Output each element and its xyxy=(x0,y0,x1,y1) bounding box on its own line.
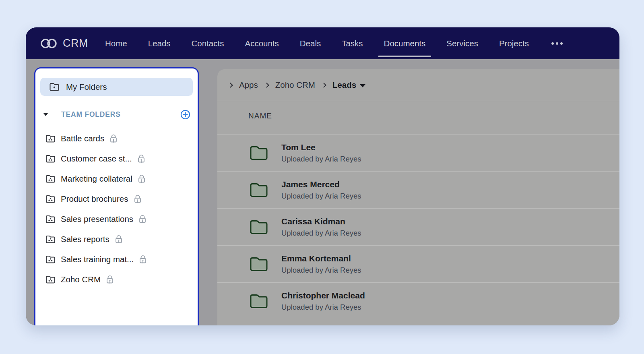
lock-icon xyxy=(134,195,142,204)
documents-panel: Apps Zoho CRM Leads NAME Tom Lee U xyxy=(217,69,619,325)
lock-icon xyxy=(115,235,123,244)
folder-label: Sales presentations xyxy=(61,214,133,224)
team-folder-item-product-brochures[interactable]: Product brochures xyxy=(40,189,193,209)
breadcrumb-apps[interactable]: Apps xyxy=(239,80,258,90)
breadcrumb-leads-label: Leads xyxy=(332,80,356,90)
folder-label: Sales reports xyxy=(61,234,109,244)
team-folder-item-sales-presentations[interactable]: Sales presentations xyxy=(40,209,193,229)
green-folder-icon xyxy=(250,182,268,198)
green-folder-icon xyxy=(250,257,268,272)
folders-sidebar: My Folders TEAM FOLDERS xyxy=(34,67,199,325)
more-tabs-icon[interactable] xyxy=(550,38,564,49)
folder-label: Customer case st... xyxy=(61,154,132,164)
team-folder-item-customer-case-studies[interactable]: Customer case st... xyxy=(40,149,193,169)
document-name: Emma Kortemanl xyxy=(281,254,361,263)
brand[interactable]: CRM xyxy=(39,37,88,50)
green-folder-icon xyxy=(250,219,268,235)
folder-label: Sales training mat... xyxy=(61,255,134,264)
document-row-emma-kortemanl[interactable]: Emma Kortemanl Uploaded by Aria Reyes xyxy=(217,245,619,282)
collapse-caret-icon[interactable] xyxy=(41,111,50,118)
my-folders-button[interactable]: My Folders xyxy=(40,78,193,96)
nav-tab-accounts[interactable]: Accounts xyxy=(245,28,279,59)
folder-label: Product brochures xyxy=(61,194,128,204)
lock-icon xyxy=(138,215,147,224)
team-folder-item-marketing-collateral[interactable]: Marketing collateral xyxy=(40,169,193,189)
shared-folder-icon xyxy=(45,195,56,203)
zoho-crm-logo-icon xyxy=(39,37,58,50)
nav-tabs: Home Leads Contacts Accounts Deals Tasks… xyxy=(105,27,564,59)
folder-dot-icon xyxy=(49,83,60,91)
shared-folder-icon xyxy=(45,255,56,264)
team-folder-list: Battle cards Customer case st... xyxy=(40,128,193,290)
document-name: Carissa Kidman xyxy=(281,217,361,226)
nav-tab-contacts[interactable]: Contacts xyxy=(192,28,224,59)
team-folder-item-zoho-crm[interactable]: Zoho CRM xyxy=(40,269,193,290)
lock-icon xyxy=(106,275,114,284)
nav-tab-tasks[interactable]: Tasks xyxy=(342,28,363,59)
top-navbar: CRM Home Leads Contacts Accounts Deals T… xyxy=(26,27,619,59)
team-folders-header: TEAM FOLDERS xyxy=(41,108,190,120)
nav-tab-home[interactable]: Home xyxy=(105,28,127,59)
team-folder-item-sales-training-materials[interactable]: Sales training mat... xyxy=(40,249,193,269)
brand-title: CRM xyxy=(63,37,88,50)
chevron-right-icon xyxy=(228,83,233,88)
team-folder-item-sales-reports[interactable]: Sales reports xyxy=(40,229,193,249)
document-uploader: Uploaded by Aria Reyes xyxy=(281,266,361,275)
shared-folder-icon xyxy=(45,215,56,224)
team-folder-item-battle-cards[interactable]: Battle cards xyxy=(40,128,193,149)
folder-label: Battle cards xyxy=(61,134,104,143)
document-uploader: Uploaded by Aria Reyes xyxy=(281,192,361,201)
chevron-right-icon xyxy=(264,83,269,88)
folder-label: Marketing collateral xyxy=(61,174,132,184)
shared-folder-icon xyxy=(45,155,56,163)
document-uploader: Uploaded by Aria Reyes xyxy=(281,155,361,164)
document-uploader: Uploaded by Aria Reyes xyxy=(281,303,365,312)
add-team-folder-icon[interactable] xyxy=(180,110,190,120)
documents-list: Tom Lee Uploaded by Aria Reyes James Mer… xyxy=(217,134,619,319)
crm-app-window: CRM Home Leads Contacts Accounts Deals T… xyxy=(26,27,619,325)
lock-icon xyxy=(138,174,146,184)
chevron-right-icon xyxy=(321,83,326,88)
green-folder-icon xyxy=(250,294,268,309)
document-row-christopher-maclead[interactable]: Christopher Maclead Uploaded by Aria Rey… xyxy=(217,282,619,319)
shared-folder-icon xyxy=(45,275,56,284)
nav-tab-leads[interactable]: Leads xyxy=(148,28,171,59)
lock-icon xyxy=(139,255,147,264)
shared-folder-icon xyxy=(45,235,56,244)
folder-label: Zoho CRM xyxy=(61,275,101,284)
green-folder-icon xyxy=(250,145,268,161)
document-name: Tom Lee xyxy=(281,143,361,152)
nav-tab-services[interactable]: Services xyxy=(446,28,478,59)
nav-tab-documents[interactable]: Documents xyxy=(384,28,426,59)
document-row-carissa-kidman[interactable]: Carissa Kidman Uploaded by Aria Reyes xyxy=(217,208,619,245)
shared-folder-icon xyxy=(45,175,56,183)
column-header-name: NAME xyxy=(217,101,619,134)
breadcrumb-leads-dropdown[interactable]: Leads xyxy=(332,80,365,90)
nav-tab-deals[interactable]: Deals xyxy=(300,28,321,59)
lock-icon xyxy=(137,154,145,164)
content-area: My Folders TEAM FOLDERS xyxy=(26,59,619,325)
document-name: James Merced xyxy=(281,180,361,189)
document-row-james-merced[interactable]: James Merced Uploaded by Aria Reyes xyxy=(217,171,619,208)
document-name: Christopher Maclead xyxy=(281,291,365,300)
caret-down-icon xyxy=(360,84,365,87)
team-folders-heading: TEAM FOLDERS xyxy=(61,110,121,119)
breadcrumb-zoho-crm[interactable]: Zoho CRM xyxy=(275,80,315,90)
nav-tab-projects[interactable]: Projects xyxy=(499,28,529,59)
my-folders-label: My Folders xyxy=(66,82,107,92)
breadcrumb: Apps Zoho CRM Leads xyxy=(217,69,619,101)
lock-icon xyxy=(109,134,118,143)
shared-folder-icon xyxy=(45,135,56,143)
document-row-tom-lee[interactable]: Tom Lee Uploaded by Aria Reyes xyxy=(217,134,619,171)
document-uploader: Uploaded by Aria Reyes xyxy=(281,229,361,238)
